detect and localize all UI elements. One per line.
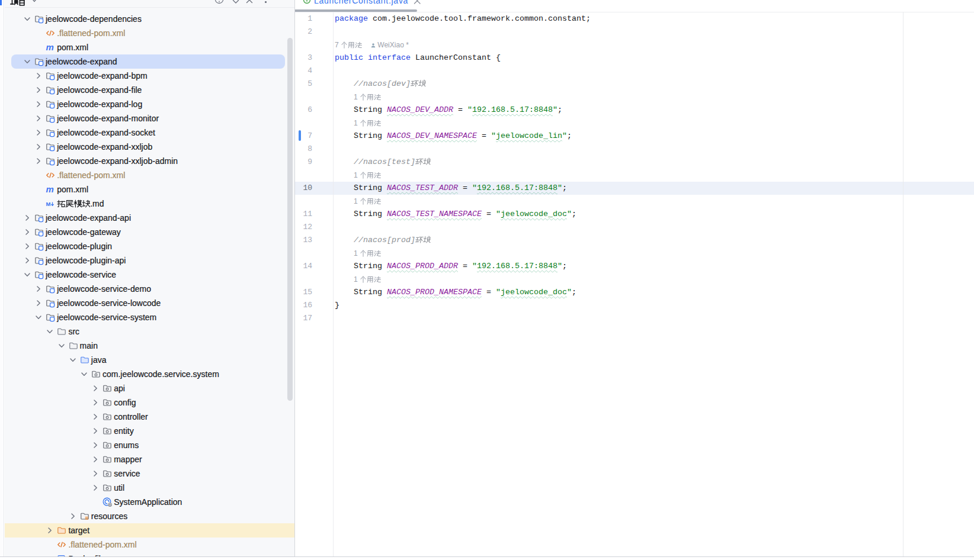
svg-text:m: m bbox=[46, 185, 54, 194]
svg-text:M: M bbox=[46, 201, 51, 207]
svg-text:m: m bbox=[46, 43, 54, 52]
